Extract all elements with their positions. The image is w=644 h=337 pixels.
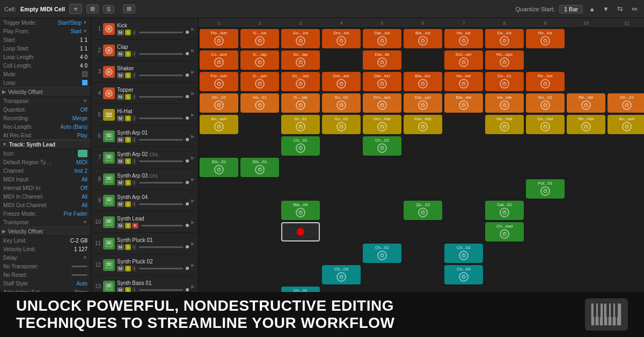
clip-cell-8-5[interactable]: [363, 179, 401, 199]
clip-cell-12-6[interactable]: [404, 265, 442, 284]
clip-cell-3-5[interactable]: Dar...ker: [363, 72, 401, 91]
clip-cell-6-9[interactable]: [526, 136, 565, 156]
clip-cell-1-4[interactable]: Dro...lck: [322, 29, 361, 48]
add-button[interactable]: +: [69, 4, 82, 14]
track-knob-11[interactable]: [186, 245, 189, 248]
clip-cell-13-1[interactable]: [200, 287, 238, 292]
solo-btn-7[interactable]: S: [125, 158, 131, 164]
track-knob-8[interactable]: [186, 181, 189, 184]
track-fader-2[interactable]: [139, 53, 183, 55]
solo-btn-2[interactable]: S: [125, 51, 131, 57]
clip-cell-11-3[interactable]: [281, 244, 320, 263]
quantize-prop-value[interactable]: Off: [80, 107, 87, 113]
clip-cell-8-11[interactable]: [608, 179, 644, 199]
track-fader-7[interactable]: [139, 160, 183, 162]
clip-cell-13-9[interactable]: [526, 287, 565, 292]
clip-cell-3-6[interactable]: Bla...ker: [404, 72, 442, 91]
mute-btn-9[interactable]: M: [117, 201, 124, 207]
mute-btn-12[interactable]: M: [117, 266, 124, 272]
input-btn-4[interactable]: I: [132, 115, 136, 121]
clip-cell-2-4[interactable]: [322, 50, 361, 70]
midi-input-value[interactable]: All: [82, 177, 87, 182]
staff-style-value[interactable]: Auto: [76, 281, 87, 287]
swap-icon[interactable]: ⇆: [615, 5, 625, 13]
track-icon-preview[interactable]: [78, 150, 87, 157]
clip-cell-2-3[interactable]: So...lap: [281, 50, 320, 70]
clip-cell-8-1[interactable]: [200, 179, 238, 199]
track-header-1[interactable]: 1 Kick M S I ▶: [91, 18, 198, 40]
clip-cell-5-8[interactable]: Ha...Hat: [485, 115, 524, 134]
mute-btn-13[interactable]: M: [117, 287, 124, 292]
clip-cell-12-11[interactable]: [608, 265, 644, 284]
arrow-down-icon[interactable]: ▼: [601, 5, 611, 13]
clip-cell-8-3[interactable]: [281, 179, 320, 199]
solo-btn-4[interactable]: S: [125, 94, 131, 100]
quantize-value[interactable]: 1 Bar: [559, 5, 583, 13]
midi-out-channel-value[interactable]: All: [82, 202, 87, 208]
mute-checkbox[interactable]: [82, 71, 87, 77]
clip-cell-7-6[interactable]: [404, 158, 442, 177]
clip-cell-13-4[interactable]: [322, 287, 361, 292]
clip-cell-5-11[interactable]: An...ash: [608, 115, 644, 134]
solo-btn-3[interactable]: S: [125, 72, 131, 78]
track-arrow-1[interactable]: ▶: [191, 26, 195, 32]
clip-cell-7-4[interactable]: [322, 158, 361, 177]
mute-btn-7[interactable]: M: [117, 158, 124, 164]
input-btn-3[interactable]: I: [132, 94, 136, 100]
clip-cell-10-11[interactable]: [608, 222, 644, 241]
key-limit-value[interactable]: C-2 G8: [70, 238, 87, 244]
clip-cell-9-10[interactable]: [567, 201, 605, 220]
clip-cell-8-8[interactable]: [485, 179, 524, 199]
track-knob-6[interactable]: [186, 138, 189, 141]
rec-arm-btn-9[interactable]: R: [132, 223, 138, 229]
freeze-mode-value[interactable]: Pre Fader: [64, 211, 87, 217]
at-rec-end-value[interactable]: Play: [77, 133, 87, 138]
track-fader-8[interactable]: [139, 182, 183, 184]
track-arrow-6[interactable]: ▶: [191, 134, 195, 139]
mute-btn-3[interactable]: M: [117, 72, 124, 78]
input-btn-8[interactable]: I: [132, 201, 136, 207]
clip-cell-10-1[interactable]: [200, 222, 238, 241]
clip-cell-5-10[interactable]: Re...Hat: [567, 115, 605, 134]
s-button[interactable]: S: [103, 5, 114, 13]
input-btn-10[interactable]: I: [132, 244, 136, 250]
clip-cell-7-1[interactable]: Els...01: [200, 158, 238, 177]
input-btn-1[interactable]: I: [132, 51, 136, 57]
clip-cell-6-2[interactable]: [240, 136, 279, 156]
clip-cell-3-9[interactable]: Re...ker: [526, 72, 565, 91]
clip-cell-6-5[interactable]: Ch...02: [363, 136, 401, 156]
track-fader-1[interactable]: [139, 32, 183, 33]
solo-btn-10[interactable]: S: [125, 223, 131, 229]
solo-btn-5[interactable]: S: [125, 115, 131, 121]
clip-cell-8-6[interactable]: [404, 179, 442, 199]
clip-cell-11-4[interactable]: [322, 244, 361, 263]
rec-length-value[interactable]: Auto (Bars): [60, 124, 87, 130]
trigger-mode-value[interactable]: Start/Stop: [58, 20, 82, 26]
solo-btn-6[interactable]: S: [125, 137, 131, 143]
clip-cell-5-7[interactable]: [444, 115, 483, 134]
copy-button[interactable]: ⊞: [86, 4, 99, 13]
clip-cell-4-8[interactable]: Ha...ide: [485, 93, 524, 113]
track-fader-13[interactable]: [139, 289, 183, 291]
solo-btn-11[interactable]: S: [125, 244, 131, 250]
clip-cell-13-3[interactable]: Ch...01: [281, 287, 320, 292]
internal-midi-value[interactable]: Off: [80, 185, 87, 191]
clip-cell-1-8[interactable]: Do...lck: [485, 29, 524, 48]
clip-cell-2-6[interactable]: [404, 50, 442, 70]
track-header-13[interactable]: 13 Synth Bass 01 M S I ▶: [91, 276, 198, 292]
mute-btn-5[interactable]: M: [117, 115, 124, 121]
track-arrow-11[interactable]: ▶: [191, 241, 195, 246]
clip-cell-2-5[interactable]: Dar...tle: [363, 50, 401, 70]
clip-cell-13-10[interactable]: [567, 287, 605, 292]
track-knob-3[interactable]: [186, 74, 189, 77]
track-knob-2[interactable]: [186, 52, 189, 55]
mute-btn-10[interactable]: M: [117, 223, 124, 229]
clip-cell-9-2[interactable]: [240, 201, 279, 220]
loop-checkbox[interactable]: [82, 80, 87, 85]
clip-cell-10-3[interactable]: [281, 222, 320, 241]
track-fader-11[interactable]: [139, 246, 183, 248]
input-btn-0[interactable]: I: [132, 30, 136, 35]
input-btn-5[interactable]: I: [132, 137, 136, 143]
mute-btn-1[interactable]: M: [117, 30, 124, 35]
clip-cell-7-10[interactable]: [567, 158, 605, 177]
